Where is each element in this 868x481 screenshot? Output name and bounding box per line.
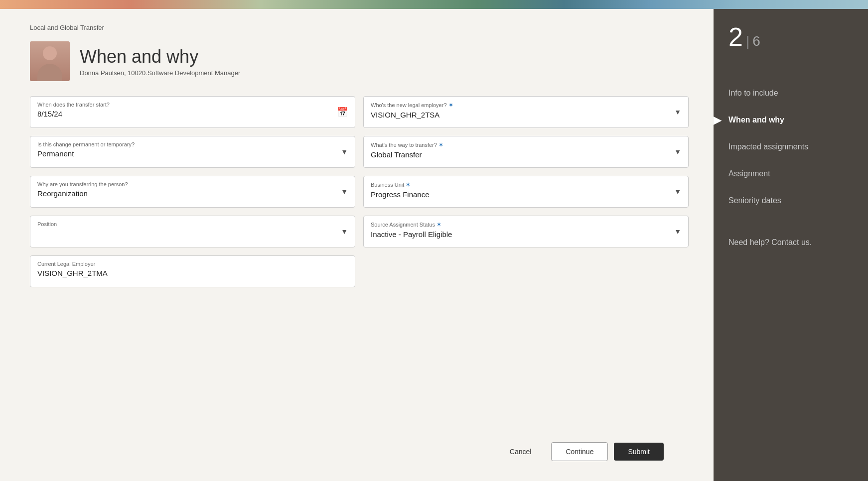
transfer-reason-field[interactable]: Why are you transferring the person? Reo… [30,176,355,208]
position-label: Position [37,221,348,227]
required-star-3: ✶ [406,181,411,188]
content-area: Local and Global Transfer When and why D… [0,9,714,481]
nav-arrow-icon: ▶ [714,114,721,126]
new-legal-employer-value: VISION_GHR_2TSA [371,111,681,119]
avatar-image [30,41,70,81]
step-indicator: 2 | 6 [728,24,853,50]
transfer-reason-value: Reorganization [37,189,348,198]
permanent-temporary-value: Permanent [37,149,348,158]
cancel-button[interactable]: Cancel [496,443,546,461]
source-assignment-status-dropdown-icon[interactable]: ▼ [674,228,681,236]
permanent-temporary-field[interactable]: Is this change permanent or temporary? P… [30,136,355,168]
permanent-temporary-dropdown-icon[interactable]: ▼ [341,148,348,156]
source-assignment-status-field[interactable]: Source Assignment Status ✶ Inactive - Pa… [363,216,689,247]
required-star-4: ✶ [436,221,441,228]
current-legal-employer-field: Current Legal Employer VISION_GHR_2TMA [30,255,355,287]
way-to-transfer-label: What's the way to transfer? ✶ [371,141,681,148]
current-legal-employer-value: VISION_GHR_2TMA [37,269,348,277]
new-legal-employer-label: Who's the new legal employer? ✶ [371,102,681,109]
form-row-1: When does the transfer start? 8/15/24 📅 … [30,96,689,128]
business-unit-dropdown-icon[interactable]: ▼ [674,188,681,196]
required-star: ✶ [448,102,453,109]
header-section: When and why Donna Paulsen, 10020.Softwa… [30,41,689,81]
required-star-2: ✶ [438,141,443,148]
current-legal-employer-label: Current Legal Employer [37,261,348,267]
form-row-4: Position ▼ Source Assignment Status ✶ In… [30,216,689,247]
business-unit-field[interactable]: Business Unit ✶ Progress Finance ▼ [363,176,689,208]
form-row-3: Why are you transferring the person? Reo… [30,176,689,208]
page-label: Local and Global Transfer [30,24,689,31]
transfer-reason-label: Why are you transferring the person? [37,181,348,187]
submit-button[interactable]: Submit [614,443,664,461]
new-legal-employer-dropdown-icon[interactable]: ▼ [674,108,681,116]
business-unit-label: Business Unit ✶ [371,181,681,188]
way-to-transfer-dropdown-icon[interactable]: ▼ [674,148,681,156]
sidebar-item-impacted-assignments[interactable]: Impacted assignments [728,133,853,160]
transfer-start-field[interactable]: When does the transfer start? 8/15/24 📅 [30,96,355,128]
continue-button[interactable]: Continue [551,442,608,461]
business-unit-value: Progress Finance [371,190,681,199]
transfer-start-label: When does the transfer start? [37,102,348,108]
calendar-icon[interactable]: 📅 [337,107,348,118]
form-row-2: Is this change permanent or temporary? P… [30,136,689,168]
nav-items: Info to include ▶ When and why Impacted … [728,80,853,256]
form-row-5: Current Legal Employer VISION_GHR_2TMA [30,255,689,287]
way-to-transfer-field[interactable]: What's the way to transfer? ✶ Global Tra… [363,136,689,168]
step-current: 2 [728,24,743,50]
sidebar-item-contact[interactable]: Need help? Contact us. [728,229,853,256]
employee-subtitle: Donna Paulsen, 10020.Software Developmen… [80,69,240,77]
step-total: 6 [752,34,760,48]
way-to-transfer-value: Global Transfer [371,150,681,159]
avatar [30,41,70,81]
source-assignment-status-label: Source Assignment Status ✶ [371,221,681,228]
bottom-actions: Cancel Continue Submit [30,432,689,471]
page-title: When and why [80,46,240,67]
header-text: When and why Donna Paulsen, 10020.Softwa… [80,46,240,77]
transfer-start-value: 8/15/24 [37,110,348,118]
position-field[interactable]: Position ▼ [30,216,355,247]
top-banner [0,0,868,9]
new-legal-employer-field[interactable]: Who's the new legal employer? ✶ VISION_G… [363,96,689,128]
sidebar: 2 | 6 Info to include ▶ When and why Imp… [714,9,868,481]
position-dropdown-icon[interactable]: ▼ [341,228,348,236]
permanent-temporary-label: Is this change permanent or temporary? [37,141,348,147]
source-assignment-status-value: Inactive - Payroll Eligible [371,230,681,239]
main-container: Local and Global Transfer When and why D… [0,9,868,481]
sidebar-item-assignment[interactable]: Assignment [728,160,853,187]
sidebar-item-when-and-why[interactable]: ▶ When and why [728,107,853,133]
sidebar-item-seniority-dates[interactable]: Seniority dates [728,187,853,214]
sidebar-item-info-to-include[interactable]: Info to include [728,80,853,107]
transfer-reason-dropdown-icon[interactable]: ▼ [341,188,348,196]
step-divider: | [746,34,749,48]
